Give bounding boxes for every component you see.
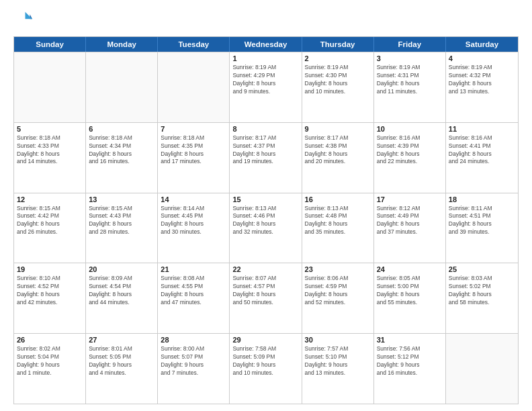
calendar-cell: 30Sunrise: 7:57 AM Sunset: 5:10 PM Dayli…: [302, 334, 374, 404]
calendar-cell: 26Sunrise: 8:02 AM Sunset: 5:04 PM Dayli…: [14, 334, 86, 404]
calendar-cell: 28Sunrise: 8:00 AM Sunset: 5:07 PM Dayli…: [158, 334, 230, 404]
cell-day-number: 9: [305, 125, 371, 133]
header-day-friday: Friday: [374, 37, 446, 52]
cell-info-text: Sunrise: 8:17 AM Sunset: 4:37 PM Dayligh…: [232, 134, 298, 167]
cell-day-number: 15: [232, 195, 298, 203]
calendar-cell: 3Sunrise: 8:19 AM Sunset: 4:31 PM Daylig…: [374, 52, 446, 122]
calendar-cell: 13Sunrise: 8:15 AM Sunset: 4:43 PM Dayli…: [86, 193, 158, 263]
page: SundayMondayTuesdayWednesdayThursdayFrid…: [0, 0, 532, 411]
header-day-thursday: Thursday: [302, 37, 374, 52]
calendar-cell: 1Sunrise: 8:19 AM Sunset: 4:29 PM Daylig…: [230, 52, 302, 122]
cell-info-text: Sunrise: 7:57 AM Sunset: 5:10 PM Dayligh…: [305, 345, 371, 377]
cell-day-number: 14: [161, 195, 226, 203]
cell-day-number: 18: [449, 195, 515, 203]
cell-info-text: Sunrise: 8:11 AM Sunset: 4:51 PM Dayligh…: [449, 205, 515, 237]
cell-info-text: Sunrise: 8:15 AM Sunset: 4:43 PM Dayligh…: [89, 205, 154, 237]
cell-day-number: 22: [232, 265, 298, 273]
cell-info-text: Sunrise: 7:58 AM Sunset: 5:09 PM Dayligh…: [232, 345, 298, 377]
calendar-cell: 8Sunrise: 8:17 AM Sunset: 4:37 PM Daylig…: [230, 123, 302, 193]
calendar-cell: 16Sunrise: 8:13 AM Sunset: 4:48 PM Dayli…: [302, 193, 374, 263]
cell-day-number: 17: [377, 195, 443, 203]
cell-info-text: Sunrise: 8:19 AM Sunset: 4:32 PM Dayligh…: [449, 64, 515, 96]
cell-info-text: Sunrise: 8:19 AM Sunset: 4:30 PM Dayligh…: [305, 64, 371, 96]
cell-day-number: 12: [17, 195, 83, 203]
cell-day-number: 28: [161, 336, 226, 344]
cell-day-number: 4: [449, 54, 515, 62]
cell-info-text: Sunrise: 8:08 AM Sunset: 4:55 PM Dayligh…: [161, 275, 226, 307]
cell-info-text: Sunrise: 8:03 AM Sunset: 5:02 PM Dayligh…: [449, 275, 515, 307]
calendar-cell: 7Sunrise: 8:18 AM Sunset: 4:35 PM Daylig…: [158, 123, 230, 193]
header-day-saturday: Saturday: [446, 37, 518, 52]
calendar-cell: [86, 52, 158, 122]
cell-info-text: Sunrise: 8:18 AM Sunset: 4:34 PM Dayligh…: [89, 134, 154, 167]
cell-day-number: 13: [89, 195, 154, 203]
calendar-row-4: 26Sunrise: 8:02 AM Sunset: 5:04 PM Dayli…: [14, 333, 518, 404]
cell-day-number: 8: [232, 125, 298, 133]
header-day-wednesday: Wednesday: [230, 37, 302, 52]
cell-info-text: Sunrise: 8:15 AM Sunset: 4:42 PM Dayligh…: [17, 205, 83, 237]
cell-info-text: Sunrise: 8:09 AM Sunset: 4:54 PM Dayligh…: [89, 275, 154, 307]
cell-day-number: 19: [17, 265, 83, 273]
cell-info-text: Sunrise: 8:19 AM Sunset: 4:29 PM Dayligh…: [232, 64, 298, 96]
calendar-cell: 17Sunrise: 8:12 AM Sunset: 4:49 PM Dayli…: [374, 193, 446, 263]
calendar-cell: 11Sunrise: 8:16 AM Sunset: 4:41 PM Dayli…: [446, 123, 518, 193]
header-day-sunday: Sunday: [14, 37, 86, 52]
calendar-row-2: 12Sunrise: 8:15 AM Sunset: 4:42 PM Dayli…: [14, 193, 518, 263]
cell-day-number: 21: [161, 265, 226, 273]
calendar: SundayMondayTuesdayWednesdayThursdayFrid…: [13, 36, 519, 404]
calendar-cell: 15Sunrise: 8:13 AM Sunset: 4:46 PM Dayli…: [230, 193, 302, 263]
calendar-cell: [446, 334, 518, 404]
cell-info-text: Sunrise: 8:16 AM Sunset: 4:41 PM Dayligh…: [449, 134, 515, 167]
calendar-cell: 14Sunrise: 8:14 AM Sunset: 4:45 PM Dayli…: [158, 193, 230, 263]
cell-day-number: 1: [232, 54, 298, 62]
calendar-body: 1Sunrise: 8:19 AM Sunset: 4:29 PM Daylig…: [14, 52, 518, 404]
cell-info-text: Sunrise: 8:14 AM Sunset: 4:45 PM Dayligh…: [161, 205, 226, 237]
cell-day-number: 11: [449, 125, 515, 133]
calendar-cell: 25Sunrise: 8:03 AM Sunset: 5:02 PM Dayli…: [446, 263, 518, 333]
cell-info-text: Sunrise: 8:07 AM Sunset: 4:57 PM Dayligh…: [232, 275, 298, 307]
logo-icon: [13, 11, 32, 30]
cell-info-text: Sunrise: 8:12 AM Sunset: 4:49 PM Dayligh…: [377, 205, 443, 237]
cell-day-number: 3: [377, 54, 443, 62]
calendar-cell: [14, 52, 86, 122]
calendar-cell: 2Sunrise: 8:19 AM Sunset: 4:30 PM Daylig…: [302, 52, 374, 122]
cell-info-text: Sunrise: 7:56 AM Sunset: 5:12 PM Dayligh…: [377, 345, 443, 377]
cell-info-text: Sunrise: 8:16 AM Sunset: 4:39 PM Dayligh…: [377, 134, 443, 167]
cell-info-text: Sunrise: 8:18 AM Sunset: 4:33 PM Dayligh…: [17, 134, 83, 167]
cell-day-number: 10: [377, 125, 443, 133]
cell-info-text: Sunrise: 8:13 AM Sunset: 4:46 PM Dayligh…: [232, 205, 298, 237]
calendar-row-0: 1Sunrise: 8:19 AM Sunset: 4:29 PM Daylig…: [14, 52, 518, 122]
cell-info-text: Sunrise: 8:02 AM Sunset: 5:04 PM Dayligh…: [17, 345, 83, 377]
cell-day-number: 26: [17, 336, 83, 344]
calendar-cell: 18Sunrise: 8:11 AM Sunset: 4:51 PM Dayli…: [446, 193, 518, 263]
logo: [13, 11, 35, 30]
calendar-cell: 21Sunrise: 8:08 AM Sunset: 4:55 PM Dayli…: [158, 263, 230, 333]
calendar-cell: 9Sunrise: 8:17 AM Sunset: 4:38 PM Daylig…: [302, 123, 374, 193]
cell-day-number: 24: [377, 265, 443, 273]
calendar-header: SundayMondayTuesdayWednesdayThursdayFrid…: [14, 37, 518, 52]
calendar-cell: 10Sunrise: 8:16 AM Sunset: 4:39 PM Dayli…: [374, 123, 446, 193]
calendar-cell: 23Sunrise: 8:06 AM Sunset: 4:59 PM Dayli…: [302, 263, 374, 333]
calendar-cell: 12Sunrise: 8:15 AM Sunset: 4:42 PM Dayli…: [14, 193, 86, 263]
header-day-monday: Monday: [86, 37, 158, 52]
cell-info-text: Sunrise: 8:01 AM Sunset: 5:05 PM Dayligh…: [89, 345, 154, 377]
calendar-cell: 19Sunrise: 8:10 AM Sunset: 4:52 PM Dayli…: [14, 263, 86, 333]
cell-day-number: 20: [89, 265, 154, 273]
calendar-cell: 27Sunrise: 8:01 AM Sunset: 5:05 PM Dayli…: [86, 334, 158, 404]
cell-day-number: 30: [305, 336, 371, 344]
calendar-cell: 4Sunrise: 8:19 AM Sunset: 4:32 PM Daylig…: [446, 52, 518, 122]
calendar-cell: 6Sunrise: 8:18 AM Sunset: 4:34 PM Daylig…: [86, 123, 158, 193]
cell-day-number: 5: [17, 125, 83, 133]
cell-info-text: Sunrise: 8:17 AM Sunset: 4:38 PM Dayligh…: [305, 134, 371, 167]
calendar-row-1: 5Sunrise: 8:18 AM Sunset: 4:33 PM Daylig…: [14, 122, 518, 193]
cell-day-number: 6: [89, 125, 154, 133]
cell-info-text: Sunrise: 8:06 AM Sunset: 4:59 PM Dayligh…: [305, 275, 371, 307]
header: [13, 11, 519, 30]
calendar-row-3: 19Sunrise: 8:10 AM Sunset: 4:52 PM Dayli…: [14, 263, 518, 333]
cell-day-number: 16: [305, 195, 371, 203]
cell-info-text: Sunrise: 8:05 AM Sunset: 5:00 PM Dayligh…: [377, 275, 443, 307]
calendar-cell: 29Sunrise: 7:58 AM Sunset: 5:09 PM Dayli…: [230, 334, 302, 404]
calendar-cell: 31Sunrise: 7:56 AM Sunset: 5:12 PM Dayli…: [374, 334, 446, 404]
cell-day-number: 2: [305, 54, 371, 62]
cell-day-number: 25: [449, 265, 515, 273]
